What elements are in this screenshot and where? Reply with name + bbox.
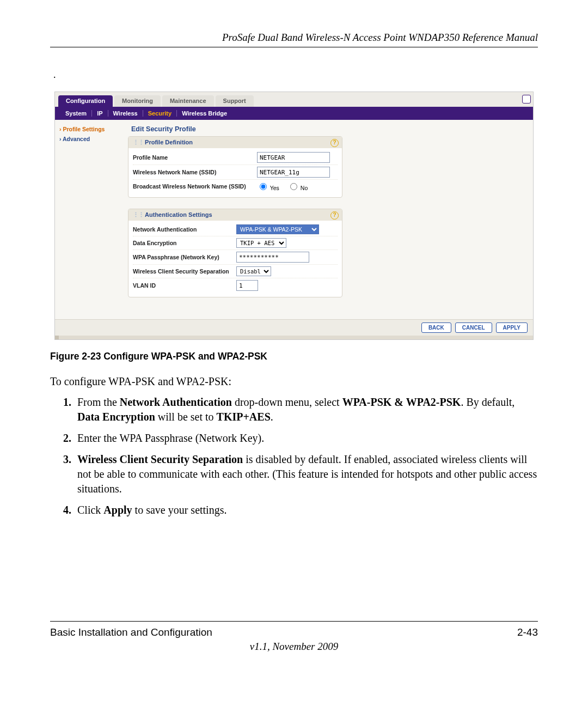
apply-button[interactable]: APPLY [496,322,528,333]
panel-auth-settings: Authentication Settings ? Network Authen… [128,209,342,297]
help-icon[interactable]: ? [330,139,339,147]
radio-broadcast-no[interactable]: No [287,185,308,191]
radio-broadcast-yes-input[interactable] [260,183,267,190]
action-bar: BACK CANCEL APPLY [55,319,533,336]
radio-broadcast-yes[interactable]: Yes [257,185,279,191]
radio-broadcast-no-input[interactable] [290,183,297,190]
tab-monitoring[interactable]: Monitoring [114,95,161,107]
sidebar-item-profile-settings[interactable]: Profile Settings [59,124,124,134]
sidebar-item-advanced[interactable]: Advanced [59,134,124,144]
label-broadcast-ssid: Broadcast Wireless Network Name (SSID) [133,183,257,190]
label-network-auth: Network Authentication [133,226,236,233]
select-client-separation[interactable]: Disable [236,266,271,276]
input-vlan-id[interactable] [236,280,258,291]
help-icon[interactable]: ? [330,211,339,220]
horizontal-scrollbar[interactable] [55,336,533,339]
label-client-separation: Wireless Client Security Separation [133,268,236,275]
corner-icon[interactable] [522,95,531,104]
step-2: Enter the WPA Passphrase (Network Key). [74,431,538,446]
footer-version: v1.1, November 2009 [50,641,538,653]
broadcast-radio-group: Yes No [257,181,314,191]
intro-text: To configure WPA-PSK and WPA2-PSK: [50,374,538,388]
label-data-encryption: Data Encryption [133,240,236,246]
panel-head-auth: Authentication Settings ? [128,209,342,221]
subnav-wireless[interactable]: Wireless [108,110,143,117]
steps-list: From the Network Authentication drop-dow… [50,395,538,518]
input-profile-name[interactable] [257,152,330,163]
step-1: From the Network Authentication drop-dow… [74,395,538,424]
input-wpa-passphrase[interactable] [236,252,309,263]
label-wpa-passphrase: WPA Passphrase (Network Key) [133,254,236,260]
figure-caption: Figure 2-23 Configure WPA-PSK and WPA2-P… [50,351,538,362]
footer-right: 2-43 [517,626,538,638]
page-header-title: ProSafe Dual Band Wireless-N Access Poin… [50,32,538,47]
subnav-system[interactable]: System [60,110,92,117]
step-3: Wireless Client Security Separation is d… [74,452,538,496]
select-data-encryption[interactable]: TKIP + AES [236,238,286,248]
subnav-security[interactable]: Security [143,110,177,117]
footer-left: Basic Installation and Configuration [50,626,212,638]
panel-title-auth: Authentication Settings [145,211,212,218]
label-ssid: Wireless Network Name (SSID) [133,169,257,175]
select-network-auth[interactable]: WPA-PSK & WPA2-PSK [236,224,319,234]
side-column: Profile Settings Advanced [55,120,128,319]
subnav-ip[interactable]: IP [92,110,108,117]
router-ui-screenshot: Configuration Monitoring Maintenance Sup… [54,92,534,340]
step-4: Click Apply to save your settings. [74,503,538,518]
page-footer: Basic Installation and Configuration 2-4… [50,621,538,638]
tab-support[interactable]: Support [216,95,254,107]
tab-configuration[interactable]: Configuration [58,95,113,107]
cancel-button[interactable]: CANCEL [455,322,492,333]
panel-profile-definition: Profile Definition ? Profile Name Wirele… [128,136,342,198]
panel-title-profile: Profile Definition [145,139,193,145]
sub-nav: System IP Wireless Security Wireless Bri… [55,107,533,120]
subnav-wireless-bridge[interactable]: Wireless Bridge [177,110,232,117]
lone-period: . [53,69,538,81]
label-vlan-id: VLAN ID [133,282,236,289]
panel-head-profile: Profile Definition ? [128,137,342,148]
back-button[interactable]: BACK [421,322,451,333]
section-title: Edit Security Profile [128,123,528,136]
main-tabs-row: Configuration Monitoring Maintenance Sup… [55,92,533,107]
label-profile-name: Profile Name [133,154,257,161]
input-ssid[interactable] [257,167,330,178]
tab-maintenance[interactable]: Maintenance [162,95,214,107]
content-column: Edit Security Profile Profile Definition… [128,120,533,319]
